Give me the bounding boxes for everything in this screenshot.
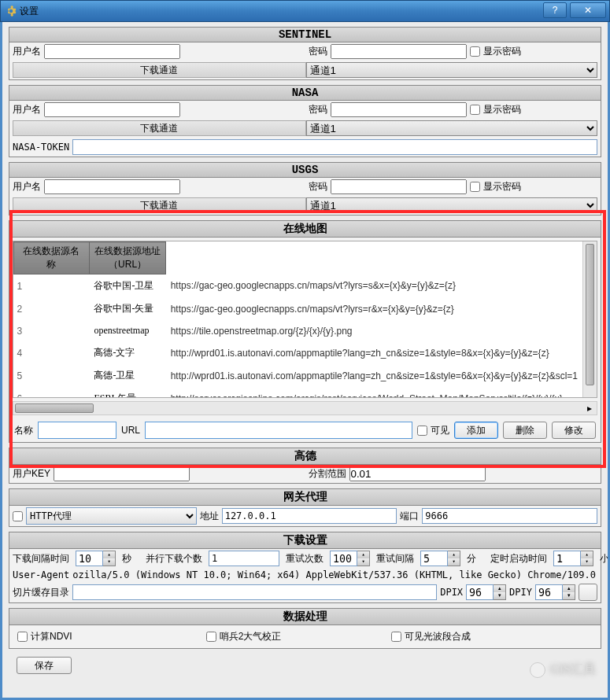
cache-label: 切片缓存目录 — [13, 586, 69, 599]
sentinel-group: SENTINEL 用户名 密码 显示密码 下载通道 通道1 — [9, 27, 601, 80]
table-row[interactable]: 5高德-卫星http://wprd01.is.autonavi.com/appm… — [14, 364, 583, 387]
nasa-pass-input[interactable] — [331, 102, 467, 117]
retry-int-spinner[interactable]: ▴▾ — [420, 551, 460, 566]
gaode-split-label: 分割范围 — [309, 467, 346, 481]
onlinemaps-col-url[interactable]: 在线数据源地址（URL） — [89, 242, 165, 274]
nasa-user-label: 用户名 — [13, 103, 41, 116]
watermark: GIS汇具 — [530, 661, 596, 678]
gaode-title: 高德 — [9, 448, 601, 465]
window-title: 设置 — [20, 5, 39, 18]
save-button[interactable]: 保存 — [17, 657, 72, 674]
onlinemaps-table[interactable]: 在线数据源名称 在线数据源地址（URL） 1谷歌中国-卫星https://gac… — [13, 241, 597, 398]
help-button[interactable]: ? — [543, 2, 567, 18]
timer-spinner[interactable]: ▴▾ — [553, 551, 593, 566]
horizontal-scrollbar[interactable]: ▸ — [13, 401, 597, 415]
table-row[interactable]: 2谷歌中国-矢量https://gac-geo.googlecnapps.cn/… — [14, 297, 583, 320]
proxy-addr-label: 地址 — [200, 510, 219, 523]
usgs-user-input[interactable] — [44, 179, 180, 194]
nasa-group: NASA 用户名 密码 显示密码 下载通道 通道1 NASA-TOKEN — [9, 85, 601, 157]
usgs-user-label: 用户名 — [13, 180, 41, 193]
sentinel-channel-select[interactable]: 通道1 — [306, 62, 598, 78]
dpiy-spinner[interactable]: ▴▾ — [535, 584, 575, 600]
scroll-right-icon[interactable]: ▸ — [584, 403, 595, 413]
sentinel-user-input[interactable] — [44, 44, 180, 59]
close-button[interactable]: ✕ — [570, 2, 606, 18]
proxy-group: 网关代理 HTTP代理 地址 端口 — [9, 488, 601, 527]
ua-value: ozilla/5.0 (Windows NT 10.0; Win64; x64)… — [72, 569, 597, 580]
modify-button[interactable]: 修改 — [552, 422, 596, 439]
onlinemaps-group: 在线地图 在线数据源名称 在线数据源地址（URL） 1谷歌中国-卫星https:… — [9, 220, 601, 443]
table-row[interactable]: 4高德-文字http://wprd01.is.autonavi.com/appm… — [14, 341, 583, 364]
usgs-title: USGS — [9, 163, 601, 178]
proxy-port-label: 端口 — [400, 510, 419, 523]
dpix-spinner[interactable]: ▴▾ — [466, 584, 506, 600]
add-visible-check[interactable] — [417, 426, 427, 436]
onlinemaps-col-name[interactable]: 在线数据源名称 — [14, 242, 90, 274]
add-url-label: URL — [121, 425, 140, 436]
sentinel-showpass-check[interactable] — [470, 46, 480, 57]
sentinel-user-label: 用户名 — [13, 45, 41, 58]
interval-spinner[interactable]: ▴▾ — [76, 551, 116, 566]
usgs-channel-label: 下载通道 — [13, 197, 306, 213]
download-title: 下载设置 — [9, 532, 601, 549]
sentinel-title: SENTINEL — [9, 28, 601, 42]
gaode-group: 高德 用户KEY 分割范围 — [9, 448, 601, 484]
retry-spinner[interactable]: ▴▾ — [330, 551, 370, 566]
ndvi-check[interactable] — [17, 632, 28, 642]
add-url-input[interactable] — [145, 422, 412, 439]
sentinel-pass-input[interactable] — [331, 44, 467, 59]
gaode-key-label: 用户KEY — [13, 467, 50, 481]
usgs-channel-select[interactable]: 通道1 — [306, 197, 598, 213]
table-row[interactable]: 1谷歌中国-卫星https://gac-geo.googlecnapps.cn/… — [14, 274, 583, 298]
nasa-showpass-check[interactable] — [470, 105, 480, 115]
nasa-title: NASA — [9, 86, 601, 101]
delete-button[interactable]: 删除 — [503, 422, 547, 439]
processing-title: 数据处理 — [9, 609, 601, 625]
nasa-channel-select[interactable]: 通道1 — [306, 120, 598, 136]
usgs-group: USGS 用户名 密码 显示密码 下载通道 通道1 — [9, 162, 601, 216]
proxy-addr-input[interactable] — [222, 508, 397, 524]
usgs-showpass-check[interactable] — [470, 182, 480, 192]
proxy-title: 网关代理 — [9, 489, 601, 506]
nasa-channel-label: 下载通道 — [13, 120, 306, 136]
nasa-token-input[interactable] — [72, 139, 597, 155]
sentinel-pass-label: 密码 — [309, 45, 327, 58]
cache-input[interactable] — [72, 584, 437, 600]
download-group: 下载设置 下载间隔时间 ▴▾ 秒 并行下载个数 重试次数 ▴▾ 重试间隔 ▴▾ … — [9, 532, 601, 603]
add-name-input[interactable] — [38, 422, 116, 439]
wechat-icon — [530, 662, 545, 678]
nasa-token-label: NASA-TOKEN — [13, 142, 69, 153]
add-button[interactable]: 添加 — [454, 422, 498, 439]
processing-group: 数据处理 计算NDVI 哨兵2大气校正 可见光波段合成 — [9, 608, 601, 649]
ua-label: User-Agent — [13, 569, 69, 580]
usgs-pass-input[interactable] — [331, 179, 467, 194]
sentinel-channel-label: 下载通道 — [13, 62, 306, 78]
proxy-type-select[interactable]: HTTP代理 — [26, 507, 197, 525]
gaode-split-input[interactable] — [349, 466, 486, 481]
nasa-user-input[interactable] — [44, 102, 180, 117]
browse-button[interactable] — [579, 584, 597, 601]
table-row[interactable]: 6ESRI-矢量http://server.arcgisonline.com/a… — [14, 387, 583, 398]
proxy-port-input[interactable] — [422, 508, 597, 524]
settings-icon — [6, 6, 17, 17]
proxy-enable-check[interactable] — [13, 511, 23, 521]
visible-band-check[interactable] — [391, 632, 401, 642]
parallel-input[interactable] — [209, 551, 279, 566]
s2-check[interactable] — [206, 632, 216, 642]
titlebar: 设置 ? ✕ — [0, 0, 610, 22]
table-row[interactable]: 3openstreetmaphttps://tile.openstreetmap… — [14, 320, 583, 341]
gaode-key-input[interactable] — [54, 466, 190, 481]
vertical-scrollbar[interactable] — [582, 241, 597, 397]
add-name-label: 名称 — [14, 424, 33, 437]
usgs-pass-label: 密码 — [309, 180, 327, 193]
nasa-pass-label: 密码 — [309, 103, 327, 116]
onlinemaps-title: 在线地图 — [9, 221, 601, 238]
